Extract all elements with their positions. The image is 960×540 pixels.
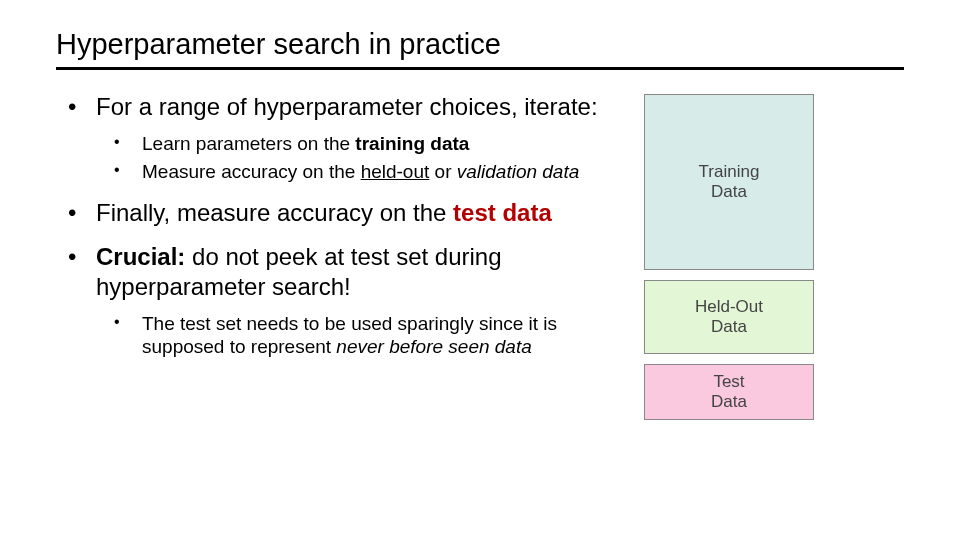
subbullet-learn-pre: Learn parameters on the	[142, 133, 355, 154]
bullet-content: For a range of hyperparameter choices, i…	[56, 92, 626, 373]
subbullet-sparingly: The test set needs to be used sparingly …	[96, 312, 626, 360]
bullet-crucial-lead: Crucial:	[96, 243, 185, 270]
subbullet-measure-mid: or	[429, 161, 456, 182]
bullet-finally: Finally, measure accuracy on the test da…	[56, 198, 626, 228]
subbullet-measure-italic: validation data	[457, 161, 580, 182]
bullet-finally-bold: test data	[453, 199, 552, 226]
training-data-box: Training Data	[644, 94, 814, 270]
slide-body: For a range of hyperparameter choices, i…	[56, 92, 904, 420]
bullet-finally-pre: Finally, measure accuracy on the	[96, 199, 453, 226]
subbullet-learn-bold: training data	[355, 133, 469, 154]
bullet-iterate-text: For a range of hyperparameter choices, i…	[96, 93, 598, 120]
test-data-box: Test Data	[644, 364, 814, 420]
training-data-label: Training Data	[699, 162, 760, 203]
subbullet-sparingly-italic: never before seen data	[336, 336, 531, 357]
subbullet-measure-pre: Measure accuracy on the	[142, 161, 361, 182]
heldout-data-box: Held-Out Data	[644, 280, 814, 354]
bullet-crucial: Crucial: do not peek at test set during …	[56, 242, 626, 360]
subbullet-learn: Learn parameters on the training data	[96, 132, 626, 156]
slide-title: Hyperparameter search in practice	[56, 28, 904, 70]
slide: Hyperparameter search in practice For a …	[0, 0, 960, 540]
subbullet-measure-underline: held-out	[361, 161, 430, 182]
bullet-iterate: For a range of hyperparameter choices, i…	[56, 92, 626, 184]
data-split-diagram: Training Data Held-Out Data Test Data	[644, 92, 814, 420]
test-data-label: Test Data	[711, 372, 747, 413]
subbullet-measure: Measure accuracy on the held-out or vali…	[96, 160, 626, 184]
heldout-data-label: Held-Out Data	[695, 297, 763, 338]
